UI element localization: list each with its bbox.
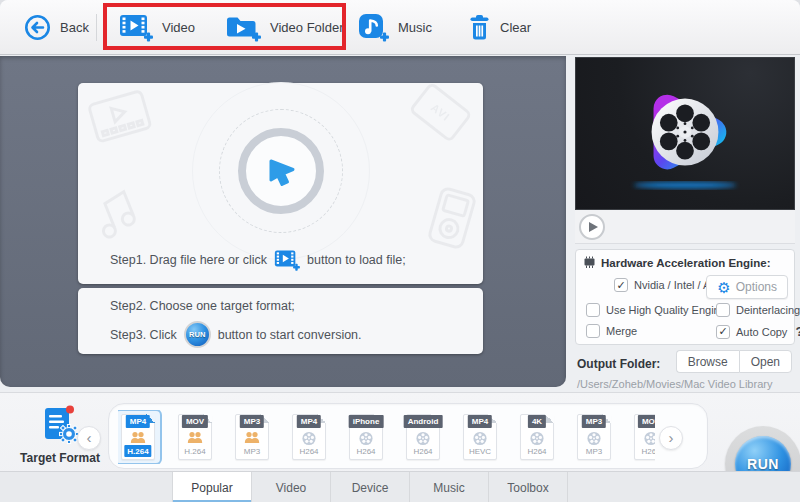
format-name-badge: MP3: [240, 415, 264, 428]
format-item[interactable]: MOV: [631, 410, 655, 464]
format-item[interactable]: MP3: [232, 410, 272, 464]
chevron-left-icon: ‹: [87, 429, 92, 446]
instructions-card: Step2. Choose one target format; Step3. …: [78, 288, 483, 354]
filmstrip-watermark-icon: [85, 85, 158, 148]
film-reel-icon: [302, 431, 317, 446]
format-name-badge: Android: [404, 415, 443, 428]
high-quality-label: Use High Quality Engine: [606, 304, 726, 316]
category-tab[interactable]: Device: [331, 472, 410, 502]
deinterlacing-checkbox[interactable]: [716, 303, 730, 317]
scroll-left-button[interactable]: ‹: [77, 426, 101, 450]
format-file-icon: MOV: [634, 414, 655, 460]
tab-label: Popular: [191, 481, 232, 495]
scroll-right-button[interactable]: ›: [659, 426, 683, 450]
high-quality-checkbox[interactable]: [586, 303, 600, 317]
category-tab[interactable]: Popular: [173, 472, 252, 502]
format-file-icon: MP4: [292, 414, 326, 460]
tab-label: Toolbox: [507, 481, 548, 495]
hardware-acceleration-panel: Hardware Acceleration Engine: ✓ Nvidia /…: [575, 249, 795, 345]
drop-panel: AVI: [0, 56, 566, 387]
video-folder-add-icon: [225, 13, 261, 42]
format-name-badge: iPhone: [349, 415, 384, 428]
format-item[interactable]: MP4: [289, 410, 329, 464]
film-reel-icon: [587, 431, 602, 446]
format-file-icon: MP3: [577, 414, 611, 460]
film-reel-icon: [359, 431, 374, 446]
format-name-badge: 4K: [528, 415, 546, 428]
options-label: Options: [736, 280, 777, 294]
load-file-target[interactable]: [238, 128, 324, 214]
format-list: MP4: [118, 410, 655, 464]
bottom-panel: Target Format ‹ › MP4: [0, 392, 800, 502]
format-item[interactable]: iPhone: [346, 410, 386, 464]
format-item[interactable]: Android: [403, 410, 443, 464]
format-name-badge: MOV: [638, 415, 655, 428]
target-format-label: Target Format: [14, 451, 106, 465]
format-codec-label: MP3: [586, 447, 602, 456]
merge-checkbox[interactable]: [586, 324, 600, 338]
film-reel-icon: [416, 431, 431, 446]
category-tab[interactable]: Video: [252, 472, 331, 502]
format-codec-label: MP3: [244, 447, 260, 456]
back-button[interactable]: Back: [24, 0, 89, 55]
toolbar-divider: [96, 14, 97, 41]
people-icon: [243, 431, 261, 444]
format-file-icon: 4K: [520, 414, 554, 460]
film-reel-icon: [473, 431, 488, 446]
avi-file-watermark-icon: AVI: [404, 78, 477, 148]
format-name-badge: MP4: [297, 415, 321, 428]
video-preview: [575, 57, 795, 210]
format-item[interactable]: MOV: [175, 410, 215, 464]
people-icon: [186, 431, 204, 444]
step3-text-prefix: Step3. Click: [110, 328, 177, 342]
preview-controls: [575, 210, 795, 244]
format-codec-label: H264: [413, 447, 432, 456]
nvidia-checkbox[interactable]: ✓: [614, 278, 628, 292]
step3-text-suffix: button to start conversion.: [218, 328, 362, 342]
play-button[interactable]: [579, 214, 605, 240]
format-item[interactable]: MP4: [460, 410, 500, 464]
video-label: Video: [162, 20, 195, 35]
tabbar-spacer: [0, 472, 173, 502]
add-video-button[interactable]: Video: [119, 0, 195, 55]
format-name-badge: MP3: [582, 415, 606, 428]
format-codec-label: HEVC: [469, 447, 491, 456]
format-codec-label: H.264: [184, 447, 205, 456]
category-tab[interactable]: Toolbox: [489, 472, 568, 502]
add-video-folder-button[interactable]: Video Folder: [225, 0, 343, 55]
merge-label: Merge: [606, 325, 637, 337]
format-item[interactable]: MP4: [118, 410, 158, 464]
add-music-button[interactable]: Music: [358, 0, 432, 55]
tab-label: Music: [433, 481, 464, 495]
run-mini-icon: RUN: [184, 321, 211, 348]
chip-icon: [582, 256, 597, 269]
clear-button[interactable]: Clear: [468, 0, 531, 55]
chevron-right-icon: ›: [669, 429, 674, 446]
format-item[interactable]: MP3: [574, 410, 614, 464]
video-add-icon: [119, 13, 153, 42]
hw-title-row: Hardware Acceleration Engine:: [582, 256, 771, 269]
film-reel-icon: [530, 431, 545, 446]
category-tabs: Popular Video Device Music Toolbox: [0, 471, 800, 502]
options-button[interactable]: ⚙ Options: [706, 275, 788, 299]
music-label: Music: [398, 20, 432, 35]
back-label: Back: [60, 20, 89, 35]
category-tab[interactable]: Music: [410, 472, 489, 502]
format-item[interactable]: 4K: [517, 410, 557, 464]
step2-instruction: Step2. Choose one target format;: [110, 299, 295, 313]
auto-copy-checkbox[interactable]: ✓: [716, 325, 730, 339]
step1-text-suffix: button to load file;: [307, 253, 406, 267]
format-file-icon: MP4: [121, 414, 155, 460]
help-icon[interactable]: ?: [795, 324, 800, 339]
browse-button[interactable]: Browse: [676, 350, 739, 373]
trash-icon: [468, 14, 491, 41]
format-name-badge: MP4: [468, 415, 492, 428]
step1-instruction: Step1. Drag file here or click: [110, 249, 406, 271]
drop-zone[interactable]: AVI: [78, 83, 483, 284]
toolbar: Back Video: [0, 0, 800, 55]
hw-title: Hardware Acceleration Engine:: [601, 257, 771, 269]
open-button[interactable]: Open: [739, 350, 792, 373]
format-codec-label: H.264: [124, 445, 151, 457]
step1-text-prefix: Step1. Drag file here or click: [110, 253, 267, 267]
people-icon: [129, 431, 147, 444]
